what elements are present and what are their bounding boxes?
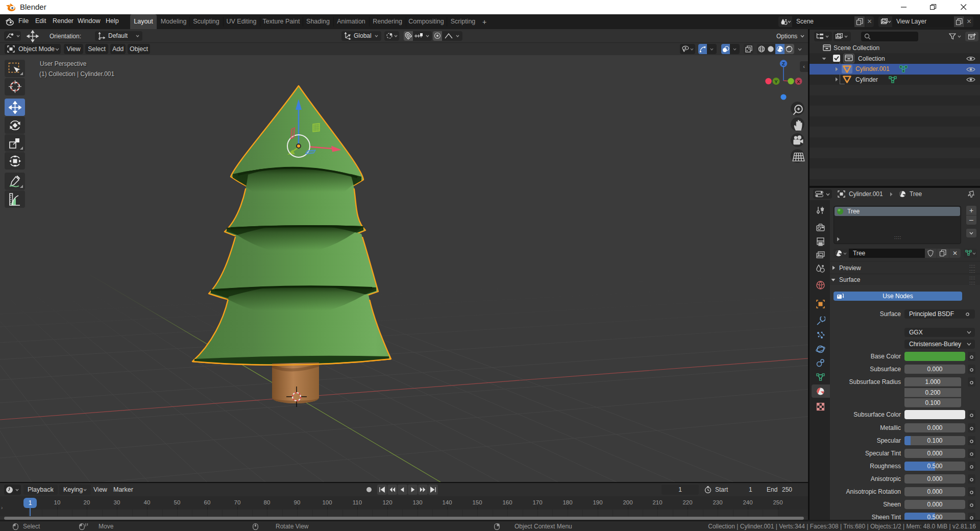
svg-text:Y: Y [774,79,778,84]
svg-text:Z: Z [782,61,785,66]
svg-text:X: X [797,79,800,84]
